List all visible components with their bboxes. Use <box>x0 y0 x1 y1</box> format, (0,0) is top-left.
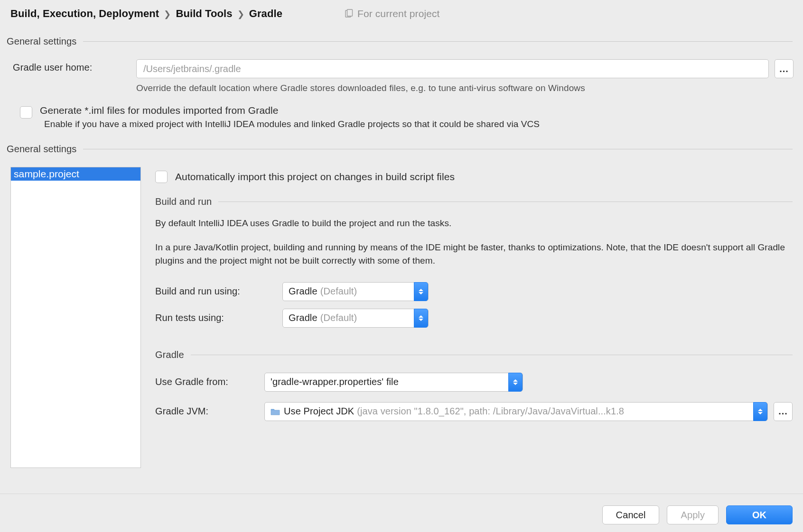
gradle-jvm-details: (java version "1.8.0_162", path: /Librar… <box>357 406 751 417</box>
updown-arrows-icon <box>414 282 428 301</box>
scope-label: For current project <box>357 8 439 19</box>
gradle-jvm-select[interactable]: Use Project JDK (java version "1.8.0_162… <box>264 402 768 421</box>
gradle-jvm-browse-button[interactable]: ... <box>774 402 793 421</box>
updown-arrows-icon <box>414 309 428 328</box>
use-gradle-from-select[interactable]: 'gradle-wrapper.properties' file <box>264 373 523 392</box>
apply-button[interactable]: Apply <box>667 505 719 524</box>
svg-rect-1 <box>347 9 353 16</box>
breadcrumb-item-0[interactable]: Build, Execution, Deployment <box>10 8 159 20</box>
section-general-settings-2: General settings <box>7 144 83 155</box>
build-run-using-suffix: (Default) <box>320 286 357 297</box>
scope-project-icon <box>344 9 354 18</box>
project-list-item-0[interactable]: sample.project <box>11 167 140 181</box>
run-tests-using-label: Run tests using: <box>155 312 282 323</box>
breadcrumb-item-1[interactable]: Build Tools <box>176 8 232 20</box>
build-run-using-select[interactable]: Gradle (Default) <box>282 282 429 301</box>
gradle-jvm-value: Use Project JDK <box>284 406 354 417</box>
build-run-using-value: Gradle <box>289 286 317 297</box>
use-gradle-from-label: Use Gradle from: <box>155 376 264 387</box>
generate-iml-help: Enable if you have a mixed project with … <box>40 119 540 129</box>
auto-import-checkbox[interactable] <box>155 171 168 183</box>
ok-button[interactable]: OK <box>726 505 793 524</box>
build-run-using-label: Build and run using: <box>155 286 282 297</box>
use-gradle-from-value: 'gradle-wrapper.properties' file <box>271 376 399 387</box>
auto-import-label[interactable]: Automatically import this project on cha… <box>175 171 455 183</box>
gradle-home-help: Override the default location where Grad… <box>136 83 794 93</box>
section-gradle: Gradle <box>155 349 191 360</box>
separator <box>218 202 793 202</box>
section-build-and-run: Build and run <box>155 196 218 207</box>
cancel-button[interactable]: Cancel <box>602 505 660 524</box>
folder-icon <box>271 408 280 415</box>
run-tests-using-suffix: (Default) <box>320 312 357 323</box>
gradle-home-input[interactable] <box>136 59 769 78</box>
breadcrumb: Build, Execution, Deployment ❯ Build Too… <box>0 0 803 20</box>
build-run-info-2: In a pure Java/Kotlin project, building … <box>155 241 786 268</box>
separator <box>83 149 793 149</box>
separator <box>83 41 793 42</box>
updown-arrows-icon <box>753 402 767 421</box>
gradle-jvm-label: Gradle JVM: <box>155 406 264 417</box>
build-run-info-1: By default IntelliJ IDEA uses Gradle to … <box>155 217 786 230</box>
chevron-right-icon: ❯ <box>237 9 244 19</box>
footer-separator <box>0 494 803 494</box>
chevron-right-icon: ❯ <box>164 9 171 19</box>
gradle-home-browse-button[interactable]: ... <box>775 59 794 78</box>
breadcrumb-item-2[interactable]: Gradle <box>249 8 282 20</box>
generate-iml-label[interactable]: Generate *.iml files for modules importe… <box>40 105 540 116</box>
gradle-home-label: Gradle user home: <box>13 59 123 73</box>
run-tests-using-value: Gradle <box>289 312 317 323</box>
separator <box>191 355 793 355</box>
generate-iml-checkbox[interactable] <box>20 106 32 119</box>
run-tests-using-select[interactable]: Gradle (Default) <box>282 309 429 328</box>
project-list[interactable]: sample.project <box>10 167 141 468</box>
section-general-settings-1: General settings <box>7 36 83 47</box>
updown-arrows-icon <box>508 373 523 392</box>
